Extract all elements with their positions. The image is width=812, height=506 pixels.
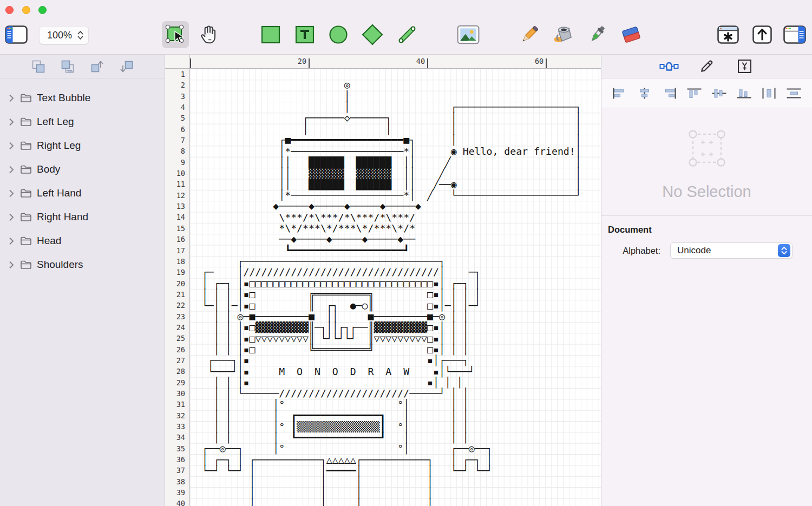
chevron-right-icon[interactable] — [9, 93, 15, 103]
text-tool[interactable] — [292, 22, 317, 47]
layer-label: Text Bubble — [37, 92, 90, 104]
line-tool[interactable] — [395, 22, 420, 47]
align-center-vertical-icon — [712, 88, 726, 99]
layer-item-right-leg[interactable]: Right Leg — [0, 134, 165, 157]
layer-item-left-hand[interactable]: Left Hand — [0, 181, 165, 205]
bring-to-front-button[interactable] — [30, 58, 48, 75]
left-ruler: 1234567891011121314151617181920212223242… — [165, 69, 190, 506]
close-button[interactable] — [5, 6, 14, 14]
pencil-icon — [519, 24, 540, 45]
layers-sidebar: Text Bubble Left Leg Right Leg Body Left — [0, 55, 165, 506]
document-section: Document Alphabet: Unicode — [601, 216, 812, 259]
zoom-control[interactable]: 100% — [39, 26, 89, 44]
folder-icon — [20, 141, 32, 150]
special-characters-button[interactable] — [716, 22, 741, 47]
rectangle-tool[interactable] — [258, 22, 283, 47]
align-center-vertical-button[interactable] — [710, 86, 729, 101]
pencil-outline-icon — [699, 59, 714, 74]
align-right-button[interactable] — [660, 86, 678, 101]
select-tool-icon — [163, 23, 187, 47]
layer-label: Left Hand — [37, 187, 81, 199]
zoom-stepper-icon[interactable] — [77, 30, 84, 41]
image-tool[interactable] — [456, 22, 481, 47]
fill-bucket-tool[interactable] — [551, 22, 575, 47]
zoom-window-button[interactable] — [38, 6, 47, 14]
toggle-left-sidebar-button[interactable] — [4, 22, 29, 47]
chevron-right-icon[interactable] — [9, 165, 15, 174]
distribute-vertical-button[interactable] — [785, 86, 803, 101]
pencil-tool[interactable] — [517, 22, 542, 47]
diamond-icon — [361, 23, 384, 46]
export-icon — [751, 24, 774, 45]
folder-icon — [20, 93, 32, 103]
toolbar: 100% — [0, 0, 812, 55]
bring-forward-button[interactable] — [89, 58, 106, 75]
align-bottom-button[interactable] — [735, 86, 754, 101]
send-to-back-button[interactable] — [60, 58, 77, 75]
ellipse-tool[interactable] — [326, 22, 351, 47]
chevron-right-icon[interactable] — [9, 236, 15, 246]
select-tool[interactable] — [162, 21, 189, 48]
layer-item-head[interactable]: Head — [0, 229, 165, 253]
rectangle-icon — [260, 24, 281, 45]
chevron-right-icon[interactable] — [9, 212, 15, 222]
send-backward-button[interactable] — [118, 58, 135, 75]
canvas-viewport[interactable]: ◎ │ │ ┌────────────────────┐ ┌──────◇───… — [190, 69, 601, 506]
bring-forward-icon — [90, 60, 105, 74]
layer-label: Left Leg — [37, 116, 74, 128]
ellipse-icon — [328, 24, 349, 45]
alphabet-dropdown[interactable]: Unicode — [670, 242, 793, 259]
layer-item-body[interactable]: Body — [0, 157, 165, 181]
chevron-right-icon[interactable] — [9, 260, 15, 270]
eyedropper-tool[interactable] — [585, 22, 610, 47]
align-left-icon — [612, 88, 627, 99]
dropdown-stepper-icon — [778, 244, 790, 257]
eraser-tool[interactable] — [619, 22, 644, 47]
tab-arrange[interactable] — [657, 57, 681, 76]
layer-item-shoulders[interactable]: Shoulders — [0, 253, 165, 277]
layer-item-right-hand[interactable]: Right Hand — [0, 205, 165, 229]
ascii-art-canvas[interactable]: ◎ │ │ ┌────────────────────┐ ┌──────◇───… — [190, 69, 581, 506]
layer-item-left-leg[interactable]: Left Leg — [0, 110, 165, 134]
zoom-value: 100% — [47, 30, 72, 41]
export-button[interactable] — [750, 22, 775, 47]
layer-label: Shoulders — [37, 259, 83, 271]
folder-icon — [20, 260, 32, 270]
toggle-right-sidebar-button[interactable] — [782, 22, 807, 47]
align-top-icon — [687, 88, 702, 99]
style-tab-icon — [737, 59, 752, 74]
chevron-right-icon[interactable] — [9, 188, 15, 198]
no-selection-placeholder: No Selection — [601, 108, 812, 216]
minimize-button[interactable] — [22, 6, 30, 14]
alignment-toolbar — [601, 78, 812, 108]
diamond-tool[interactable] — [360, 22, 385, 47]
monodraw-window: 100% — [0, 0, 812, 506]
tab-style[interactable] — [733, 57, 757, 76]
layer-item-text-bubble[interactable]: Text Bubble — [0, 86, 165, 110]
left-sidebar-icon — [4, 24, 28, 45]
layer-label: Body — [37, 163, 60, 175]
no-selection-label: No Selection — [662, 183, 751, 201]
image-icon — [457, 25, 480, 44]
folder-icon — [20, 212, 32, 222]
distribute-horizontal-button[interactable] — [760, 86, 778, 101]
selection-placeholder-icon — [682, 123, 732, 173]
align-center-horizontal-button[interactable] — [635, 86, 653, 101]
folder-icon — [20, 236, 32, 246]
fill-bucket-icon — [552, 24, 574, 45]
hand-icon — [198, 24, 219, 45]
chevron-right-icon[interactable] — [9, 141, 15, 150]
chevron-right-icon[interactable] — [9, 117, 15, 127]
send-backward-icon — [119, 60, 134, 74]
folder-icon — [20, 165, 32, 174]
document-section-title: Document — [608, 225, 806, 242]
inspector-panel: No Selection Document Alphabet: Unicode — [601, 55, 812, 506]
tab-draw[interactable] — [695, 57, 719, 76]
hand-tool[interactable] — [196, 22, 221, 47]
special-characters-icon — [716, 24, 740, 45]
folder-icon — [20, 117, 32, 127]
align-left-button[interactable] — [610, 86, 628, 101]
align-right-icon — [662, 88, 677, 99]
align-top-button[interactable] — [685, 86, 703, 101]
layer-label: Right Hand — [37, 211, 88, 223]
